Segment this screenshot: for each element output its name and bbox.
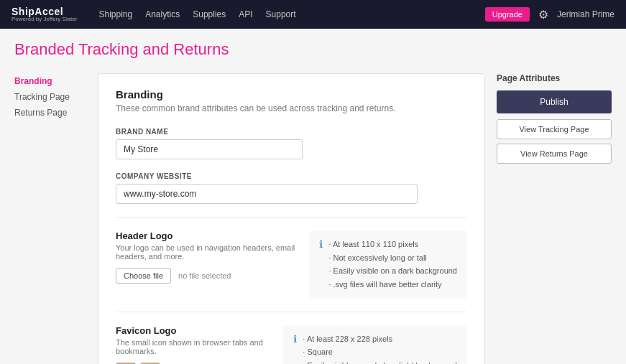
sidebar-item-tracking-page[interactable]: Tracking Page [14, 89, 86, 105]
header-logo-info-3: Easily visible on a dark background [328, 264, 457, 278]
header-logo-left: Header Logo Your logo can be used in nav… [116, 230, 295, 284]
company-website-label: COMPANY WEBSITE [116, 172, 467, 180]
favicon-logo-left: Favicon Logo The small icon shown in bro… [116, 325, 269, 364]
header-logo-info-4: .svg files will have better clarity [328, 278, 457, 291]
view-tracking-page-button[interactable]: View Tracking Page [497, 119, 612, 139]
header-logo-info-list: At least 110 x 110 pixels Not excessivel… [328, 238, 457, 291]
sidebar: Branding Tracking Page Returns Page [14, 73, 86, 364]
upgrade-button[interactable]: Upgrade [485, 7, 530, 22]
right-panel: Page Attributes Publish View Tracking Pa… [497, 73, 612, 364]
brand-name-input[interactable] [116, 139, 303, 159]
gear-icon[interactable]: ⚙ [538, 8, 548, 22]
header-logo-info-icon: ℹ [319, 238, 323, 250]
header-logo-choose-file-button[interactable]: Choose file [116, 268, 171, 284]
sidebar-item-branding[interactable]: Branding [14, 73, 86, 89]
logo: ShipAccel Powered by Jeffery Slater [11, 6, 77, 22]
page-attributes-title: Page Attributes [497, 73, 612, 83]
page-wrapper: Branded Tracking and Returns Branding Tr… [0, 29, 626, 364]
divider-1 [116, 217, 467, 218]
header-logo-info-2: Not excessively long or tall [328, 251, 457, 265]
header-logo-row: Header Logo Your logo can be used in nav… [116, 230, 467, 299]
nav-right: Upgrade ⚙ Jerimiah Prime [485, 7, 615, 22]
header-logo-info-1: At least 110 x 110 pixels [328, 238, 457, 251]
logo-main: ShipAccel [11, 6, 77, 17]
favicon-logo-info-box: ℹ At least 228 x 228 pixels Square Easil… [283, 325, 467, 364]
nav-analytics[interactable]: Analytics [145, 9, 180, 19]
company-website-section: COMPANY WEBSITE [116, 172, 467, 204]
panel-title: Branding [116, 88, 467, 101]
favicon-logo-info-icon: ℹ [293, 333, 297, 345]
company-website-input[interactable] [116, 184, 418, 204]
user-name[interactable]: Jerimiah Prime [557, 9, 615, 19]
header-logo-file-row: Choose file no file selected [116, 268, 295, 284]
header-logo-info-box: ℹ At least 110 x 110 pixels Not excessiv… [309, 230, 467, 299]
header-logo-section: Header Logo Your logo can be used in nav… [116, 230, 467, 299]
brand-name-section: BRAND NAME [116, 128, 467, 159]
nav-shipping[interactable]: Shipping [98, 9, 132, 19]
header-logo-file-name: no file selected [178, 271, 231, 280]
view-returns-page-button[interactable]: View Returns Page [497, 144, 612, 164]
favicon-logo-section: Favicon Logo The small icon shown in bro… [116, 325, 467, 364]
panel-subtitle: These common brand attributes can be use… [116, 103, 467, 113]
divider-2 [116, 312, 467, 312]
brand-name-label: BRAND NAME [116, 128, 467, 136]
favicon-logo-title: Favicon Logo [116, 325, 269, 336]
favicon-logo-info-1: At least 228 x 228 pixels [303, 332, 457, 346]
favicon-logo-info-list: At least 228 x 228 pixels Square Easily … [303, 332, 457, 364]
favicon-logo-desc: The small icon shown in browser tabs and… [116, 338, 269, 355]
publish-button[interactable]: Publish [497, 90, 612, 113]
logo-sub: Powered by Jeffery Slater [11, 17, 77, 22]
page-title: Branded Tracking and Returns [14, 40, 612, 59]
nav-api[interactable]: API [239, 9, 252, 19]
favicon-logo-row: Favicon Logo The small icon shown in bro… [116, 325, 467, 364]
nav-supplies[interactable]: Supplies [193, 9, 226, 19]
nav-links: Shipping Analytics Supplies API Support [98, 9, 470, 19]
favicon-logo-info-2: Square [303, 345, 457, 359]
favicon-logo-info-3: Easily visible on a dark or light backgr… [303, 359, 457, 364]
header-logo-desc: Your logo can be used in navigation head… [116, 243, 295, 261]
header-logo-title: Header Logo [116, 230, 295, 241]
content-layout: Branding Tracking Page Returns Page Bran… [14, 73, 612, 364]
main-panel: Branding These common brand attributes c… [98, 73, 485, 364]
nav-support[interactable]: Support [266, 9, 296, 19]
sidebar-item-returns-page[interactable]: Returns Page [14, 105, 86, 121]
top-navigation: ShipAccel Powered by Jeffery Slater Ship… [0, 0, 626, 29]
